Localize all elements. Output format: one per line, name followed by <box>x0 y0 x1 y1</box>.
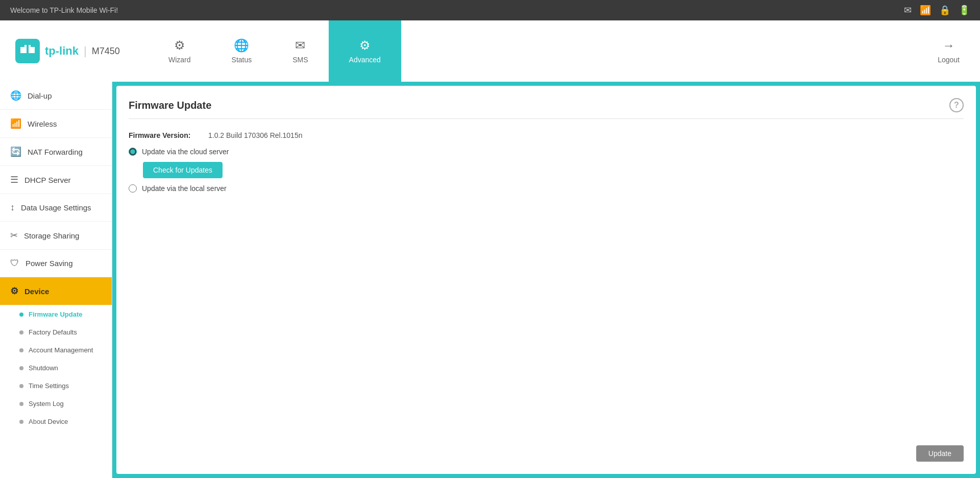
sidebar-sub-shutdown-label: Shutdown <box>29 364 58 372</box>
dial-up-icon: 🌐 <box>10 90 21 101</box>
logout-icon: → <box>943 38 955 53</box>
header: tp-link | M7450 ⚙ Wizard 🌐 Status ✉ SMS … <box>0 20 980 82</box>
tab-sms[interactable]: ✉ SMS <box>272 20 328 82</box>
top-bar: Welcome to TP-Link Mobile Wi-Fi! ✉ 📶 🔒 🔋 <box>0 0 980 20</box>
sidebar-item-dhcp[interactable]: ☰ DHCP Server <box>0 166 112 194</box>
radio-local-row: Update via the local server <box>129 184 964 193</box>
sidebar-item-power-saving[interactable]: 🛡 Power Saving <box>0 250 112 277</box>
logo-divider: | <box>84 44 87 58</box>
sidebar-item-dial-up[interactable]: 🌐 Dial-up <box>0 82 112 110</box>
battery-icon[interactable]: 🔋 <box>959 5 970 16</box>
sidebar-item-wireless-label: Wireless <box>28 119 57 128</box>
model-name: M7450 <box>92 46 120 57</box>
sidebar-sub-system-log[interactable]: System Log <box>0 395 112 413</box>
sidebar-item-dial-up-label: Dial-up <box>28 91 52 100</box>
nat-icon: 🔄 <box>10 146 21 157</box>
tab-sms-label: SMS <box>292 56 308 64</box>
tab-status[interactable]: 🌐 Status <box>211 20 273 82</box>
sidebar-sub-factory-label: Factory Defaults <box>29 328 77 336</box>
sidebar-sub-system-log-label: System Log <box>29 400 64 408</box>
sidebar-sub-account-management[interactable]: Account Management <box>0 341 112 359</box>
radio-local-label[interactable]: Update via the local server <box>142 184 227 193</box>
sidebar-sub-firmware-label: Firmware Update <box>29 310 82 318</box>
wireless-icon: 📶 <box>10 118 21 129</box>
sidebar-sub-time-settings[interactable]: Time Settings <box>0 377 112 395</box>
top-bar-icons: ✉ 📶 🔒 🔋 <box>904 5 970 16</box>
firmware-version-value: 1.0.2 Build 170306 Rel.1015n <box>208 131 302 139</box>
logo-area: tp-link | M7450 <box>5 20 148 82</box>
radio-group: Update via the cloud server Check for Up… <box>129 148 964 193</box>
tab-advanced-label: Advanced <box>349 56 381 64</box>
sidebar-item-device-label: Device <box>24 287 49 296</box>
firmware-version-label: Firmware Version: <box>129 131 200 139</box>
wifi-icon[interactable]: 📶 <box>920 5 931 16</box>
storage-sharing-icon: ✂ <box>10 230 18 241</box>
sidebar-sub-account-label: Account Management <box>29 346 93 354</box>
content-header: Firmware Update ? <box>129 98 964 119</box>
firmware-bullet <box>19 313 23 317</box>
check-updates-button[interactable]: Check for Updates <box>143 162 223 178</box>
radio-cloud[interactable] <box>129 148 137 156</box>
top-bar-title: Welcome to TP-Link Mobile Wi-Fi! <box>10 6 118 14</box>
svg-rect-3 <box>29 45 31 47</box>
firmware-version-row: Firmware Version: 1.0.2 Build 170306 Rel… <box>129 131 964 139</box>
svg-rect-0 <box>20 47 27 53</box>
radio-cloud-row: Update via the cloud server <box>129 148 964 156</box>
sidebar-sub-shutdown[interactable]: Shutdown <box>0 359 112 377</box>
advanced-icon: ⚙ <box>359 38 371 53</box>
shutdown-bullet <box>19 366 23 370</box>
status-icon: 🌐 <box>234 38 249 53</box>
help-icon[interactable]: ? <box>949 98 964 112</box>
device-icon: ⚙ <box>10 285 18 297</box>
sidebar-sub-about-device[interactable]: About Device <box>0 413 112 431</box>
mail-icon[interactable]: ✉ <box>904 5 912 16</box>
content-panel: Firmware Update ? Firmware Version: 1.0.… <box>116 86 976 474</box>
sidebar-sub-factory-defaults[interactable]: Factory Defaults <box>0 323 112 341</box>
logo-icon <box>15 39 40 63</box>
lock-icon[interactable]: 🔒 <box>939 5 950 16</box>
svg-rect-1 <box>29 47 35 53</box>
sidebar-item-storage-sharing-label: Storage Sharing <box>24 231 79 240</box>
about-bullet <box>19 420 23 424</box>
logout-label: Logout <box>938 56 960 64</box>
system-log-bullet <box>19 402 23 406</box>
sidebar-item-data-usage[interactable]: ↕ Data Usage Settings <box>0 194 112 222</box>
tp-link-logo-svg <box>19 43 36 59</box>
nav-tabs: ⚙ Wizard 🌐 Status ✉ SMS ⚙ Advanced → Log… <box>148 20 980 82</box>
sms-icon: ✉ <box>295 38 305 53</box>
sidebar: 🌐 Dial-up 📶 Wireless 🔄 NAT Forwarding ☰ … <box>0 82 112 478</box>
tab-advanced[interactable]: ⚙ Advanced <box>329 20 401 82</box>
sidebar-item-nat[interactable]: 🔄 NAT Forwarding <box>0 138 112 166</box>
sidebar-submenu: Firmware Update Factory Defaults Account… <box>0 305 112 431</box>
sidebar-item-nat-label: NAT Forwarding <box>28 148 83 156</box>
account-bullet <box>19 348 23 352</box>
content-title: Firmware Update <box>129 100 211 111</box>
wizard-icon: ⚙ <box>174 38 185 53</box>
data-usage-icon: ↕ <box>10 202 15 213</box>
tab-status-label: Status <box>232 56 252 64</box>
sidebar-sub-time-label: Time Settings <box>29 382 69 390</box>
update-button[interactable]: Update <box>916 445 964 462</box>
sidebar-sub-about-label: About Device <box>29 418 68 425</box>
main: 🌐 Dial-up 📶 Wireless 🔄 NAT Forwarding ☰ … <box>0 82 980 478</box>
sidebar-sub-firmware-update[interactable]: Firmware Update <box>0 305 112 323</box>
svg-rect-2 <box>24 45 27 47</box>
radio-local[interactable] <box>129 184 137 193</box>
sidebar-item-dhcp-label: DHCP Server <box>24 176 71 184</box>
factory-bullet <box>19 330 23 334</box>
time-bullet <box>19 384 23 388</box>
sidebar-item-storage-sharing[interactable]: ✂ Storage Sharing <box>0 222 112 250</box>
sidebar-item-data-usage-label: Data Usage Settings <box>21 203 91 212</box>
logout-tab[interactable]: → Logout <box>917 20 980 82</box>
logo-text: tp-link <box>45 44 79 58</box>
sidebar-item-power-saving-label: Power Saving <box>26 259 73 268</box>
dhcp-icon: ☰ <box>10 174 18 185</box>
sidebar-item-wireless[interactable]: 📶 Wireless <box>0 110 112 138</box>
radio-cloud-label[interactable]: Update via the cloud server <box>142 148 229 156</box>
tab-wizard-label: Wizard <box>168 56 191 64</box>
tab-wizard[interactable]: ⚙ Wizard <box>148 20 211 82</box>
sidebar-item-device[interactable]: ⚙ Device <box>0 277 112 305</box>
power-saving-icon: 🛡 <box>10 258 19 269</box>
